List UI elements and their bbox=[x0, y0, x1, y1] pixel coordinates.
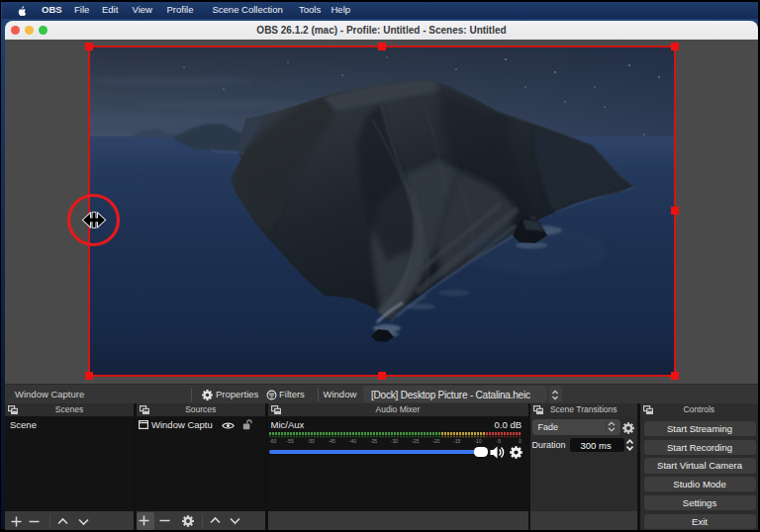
svg-text:-45: -45 bbox=[329, 438, 336, 444]
svg-text:-15: -15 bbox=[453, 438, 461, 444]
svg-text:-60: -60 bbox=[269, 438, 277, 444]
svg-text:-40: -40 bbox=[349, 438, 357, 444]
svg-text:0: 0 bbox=[519, 438, 522, 444]
svg-text:-20: -20 bbox=[432, 438, 440, 444]
svg-text:-35: -35 bbox=[370, 438, 378, 444]
svg-text:-5: -5 bbox=[497, 438, 502, 444]
svg-text:-25: -25 bbox=[412, 438, 420, 444]
svg-text:-10: -10 bbox=[474, 438, 482, 444]
svg-text:-55: -55 bbox=[286, 438, 294, 444]
svg-text:-30: -30 bbox=[391, 438, 399, 444]
svg-text:-50: -50 bbox=[307, 438, 315, 444]
